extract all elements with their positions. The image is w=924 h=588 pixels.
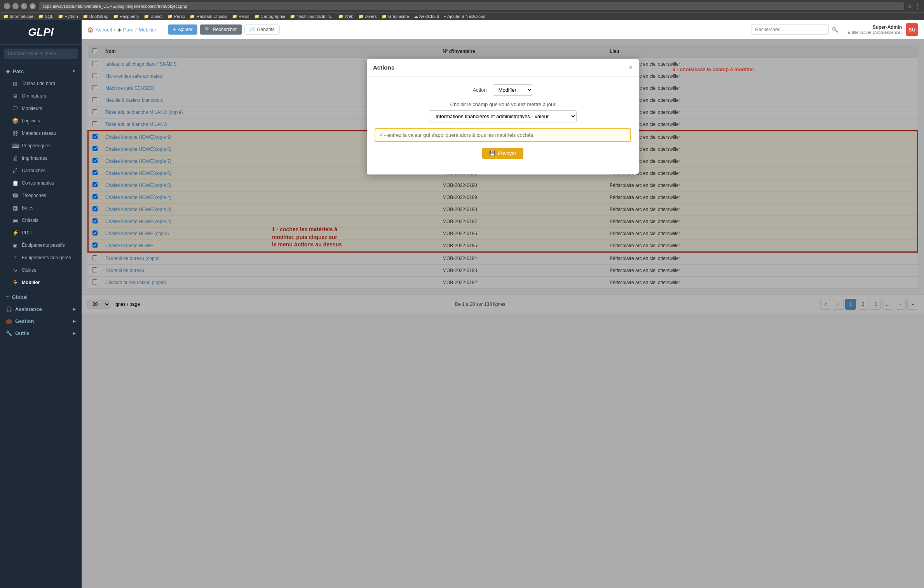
monitor-icon: 🖵 xyxy=(12,105,19,112)
bookmarks-bar: 📁 Informatique 📁 SQL 📁 Python 📁 BootStra… xyxy=(0,12,924,20)
sidebar-label-telephones: Téléphones xyxy=(22,193,46,198)
browser-bar: ← → ↻ ⊞ ccps.alwaysdata.net/inventaire_C… xyxy=(0,0,924,12)
sidebar-search-input[interactable] xyxy=(4,49,78,59)
bookmark-web[interactable]: 📁 Web xyxy=(338,14,353,19)
sidebar-label-imprimantes: Imprimantes xyxy=(22,155,47,161)
sidebar-label-tableau-de-bord: Tableau de bord xyxy=(22,81,55,86)
sidebar-item-baies[interactable]: ▦ Baies xyxy=(0,202,82,214)
sidebar-item-mobilier[interactable]: 🪑 Mobilier xyxy=(0,276,82,289)
bookmark-velos[interactable]: 📁 Vélos xyxy=(232,14,249,19)
modal-close-button[interactable]: × xyxy=(628,63,633,72)
modal-value-input[interactable] xyxy=(375,128,631,142)
bookmark-graphisme[interactable]: 📁 Graphisme xyxy=(382,14,409,19)
sidebar-item-gestion[interactable]: 💼 Gestion ▶ xyxy=(0,315,82,327)
modal-footer: 💾 Envoyer xyxy=(375,148,631,167)
cartridge-icon: 🖊 xyxy=(12,168,19,174)
back-button[interactable]: ← xyxy=(4,3,10,9)
url-bar[interactable]: ccps.alwaysdata.net/inventaire_CCPS/plug… xyxy=(39,2,904,10)
breadcrumb-accueil[interactable]: Accueil xyxy=(96,27,112,33)
bookmark-nc[interactable]: ☁ NextCloud xyxy=(414,14,439,19)
top-nav: 🏠 Accueil / ◈ Parc / Mobilier + Ajouter … xyxy=(82,20,924,39)
nav-buttons: + Ajouter 🔍 Rechercher 📄 Gabarits xyxy=(168,24,279,35)
field-dropdown-container: Informations financières et administrati… xyxy=(375,110,631,122)
action-label: Action xyxy=(472,87,486,93)
sidebar-label-pdu: PDU xyxy=(22,230,31,236)
sidebar-item-chassis[interactable]: ▣ Châssis xyxy=(0,214,82,227)
action-select[interactable]: Modifier xyxy=(493,84,533,96)
sidebar-label-assistance: Assistance xyxy=(15,306,42,312)
sidebar-item-materiels-reseau[interactable]: ⛓ Matériels réseau xyxy=(0,127,82,140)
send-button[interactable]: 💾 Envoyer xyxy=(482,148,523,159)
bookmark-add-nc[interactable]: + Ajouter à NextCloud xyxy=(444,14,485,19)
sidebar: GLPI ◈ Parc ▼ ⊞ Tableau de bord 🖥 Ordina… xyxy=(0,20,82,588)
sidebar-label-logiciels: Logiciels xyxy=(22,118,40,124)
sidebar-label-global: Global xyxy=(12,294,28,300)
bookmark-boulot[interactable]: 📁 Boulot xyxy=(144,14,162,19)
sidebar-label-chassis: Châssis xyxy=(22,218,38,223)
menu-icon: ⋮ xyxy=(915,3,920,9)
modal-header: Actions × xyxy=(367,59,639,77)
sidebar-item-pdu[interactable]: ⚡ PDU xyxy=(0,227,82,239)
bookmark-nextcloud[interactable]: 📁 Nextcloud (admin... xyxy=(290,14,333,19)
rechercher-button[interactable]: 🔍 Rechercher xyxy=(200,24,242,35)
bookmark-raspberry[interactable]: 📁 Raspberry xyxy=(113,14,139,19)
ajouter-button[interactable]: + Ajouter xyxy=(168,24,197,35)
sidebar-item-consommables[interactable]: 📋 Consommables xyxy=(0,177,82,189)
bookmark-informatique[interactable]: 📁 Informatique xyxy=(3,14,33,19)
cable-icon: ∿ xyxy=(12,267,19,273)
user-avatar[interactable]: SU xyxy=(906,23,918,36)
sidebar-label-outils: Outils xyxy=(15,330,30,336)
sidebar-item-ordinateurs[interactable]: 🖥 Ordinateurs xyxy=(0,90,82,102)
modal-overlay: 2 - choisissez l'action "Modifier" 3 - c… xyxy=(82,39,924,588)
sidebar-item-telephones[interactable]: ☎ Téléphones xyxy=(0,189,82,202)
breadcrumb-sep-1: / xyxy=(114,27,115,33)
sidebar-item-equipements-passifs[interactable]: ◉ Équipements passifs xyxy=(0,239,82,251)
gabarits-button[interactable]: 📄 Gabarits xyxy=(244,24,280,35)
assistance-chevron-icon: ▶ xyxy=(73,307,76,311)
top-search-input[interactable] xyxy=(751,24,829,35)
gestion-chevron-icon: ▶ xyxy=(73,319,76,323)
sidebar-item-imprimantes[interactable]: 🖨 Imprimantes xyxy=(0,152,82,164)
sidebar-item-cartouches[interactable]: 🖊 Cartouches xyxy=(0,164,82,177)
bookmark-habitats[interactable]: 📁 Habitats Choisis xyxy=(190,14,227,19)
annotation-step3: 3 - choisissez le champ à modifier. xyxy=(673,66,755,72)
modal-title: Actions xyxy=(373,64,394,71)
sidebar-label-baies: Baies xyxy=(22,205,33,211)
sidebar-item-peripheriques[interactable]: ⌨ Périphériques xyxy=(0,140,82,152)
bookmark-perso[interactable]: 📁 Perso xyxy=(167,14,185,19)
sidebar-label-ordinateurs: Ordinateurs xyxy=(22,93,46,99)
sidebar-item-moniteurs[interactable]: 🖵 Moniteurs xyxy=(0,102,82,115)
sidebar-item-global[interactable]: ≡ Global xyxy=(0,291,82,303)
bookmark-cartographie[interactable]: 📁 Cartographie xyxy=(254,14,286,19)
search-icon: 🔍 xyxy=(205,27,211,32)
sidebar-item-outils[interactable]: 🔧 Outils ▶ xyxy=(0,327,82,339)
sidebar-item-parc[interactable]: ◈ Parc ▼ xyxy=(0,65,82,77)
breadcrumb-mobilier[interactable]: Mobilier xyxy=(139,27,157,33)
outils-chevron-icon: ▶ xyxy=(73,331,76,335)
sidebar-item-tableau-de-bord[interactable]: ⊞ Tableau de bord xyxy=(0,77,82,90)
gabarits-label: Gabarits xyxy=(257,27,275,32)
bookmark-sql[interactable]: 📁 SQL xyxy=(38,14,53,19)
sidebar-label-gestion: Gestion xyxy=(15,318,34,324)
ajouter-label: Ajouter xyxy=(178,27,192,32)
modal: Actions × Action Modifier Choisir le cha… xyxy=(367,59,639,174)
bookmark-bootstrap[interactable]: 📁 BootStrap xyxy=(83,14,108,19)
home-button[interactable]: ⊞ xyxy=(30,3,36,9)
sidebar-item-logiciels[interactable]: 📦 Logiciels xyxy=(0,115,82,127)
content-area: Nom N° d'inventaire Lieu tableau d'affic… xyxy=(82,39,924,588)
sidebar-label-consommables: Consommables xyxy=(22,180,54,186)
modal-body: Action Modifier Choisir le champ que vou… xyxy=(367,77,639,174)
field-select[interactable]: Informations financières et administrati… xyxy=(429,110,577,122)
bookmark-python[interactable]: 📁 Python xyxy=(58,14,78,19)
sidebar-label-equipements-passifs: Équipements passifs xyxy=(22,243,65,248)
printer-icon: 🖨 xyxy=(12,155,19,161)
gestion-icon: 💼 xyxy=(6,318,12,324)
dashboard-icon: ⊞ xyxy=(12,80,19,87)
breadcrumb-parc[interactable]: Parc xyxy=(123,27,134,33)
sidebar-item-cables[interactable]: ∿ Câbles xyxy=(0,264,82,276)
refresh-button[interactable]: ↻ xyxy=(21,3,27,9)
forward-button[interactable]: → xyxy=(12,3,19,9)
sidebar-item-equipements-non-geres[interactable]: ? Équipements non gérés xyxy=(0,251,82,264)
sidebar-item-assistance[interactable]: 🎧 Assistance ▶ xyxy=(0,303,82,315)
bookmark-divers[interactable]: 📁 Divers xyxy=(358,14,377,19)
